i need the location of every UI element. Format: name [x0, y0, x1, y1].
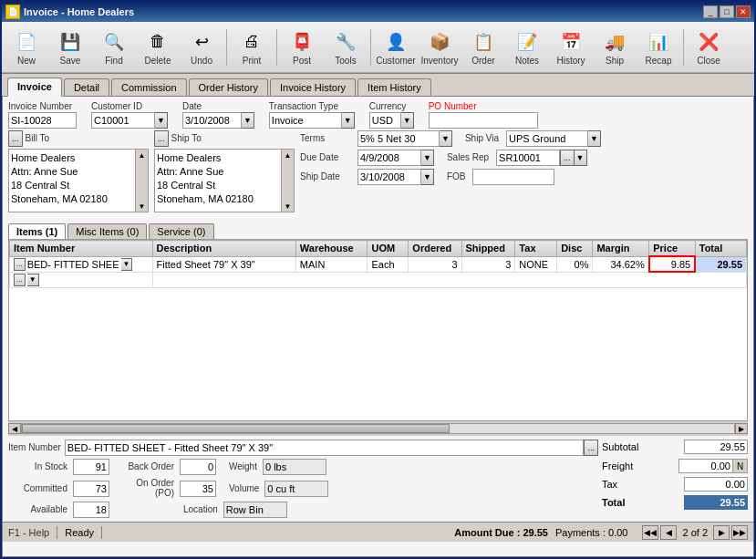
close-button[interactable]: ❌ Close — [688, 25, 730, 70]
scrollbar-track[interactable] — [21, 423, 735, 434]
tab-detail[interactable]: Detail — [64, 78, 109, 96]
post-icon: 📮 — [289, 29, 315, 55]
customer-button[interactable]: 👤 Customer — [375, 25, 417, 70]
tab-items[interactable]: Items (1) — [8, 223, 66, 239]
due-date-dropdown[interactable]: ▼ — [421, 150, 434, 166]
prev-page-btn[interactable]: ◀ — [660, 525, 677, 540]
new-row[interactable]: ... ▼ — [10, 272, 747, 287]
bill-to-scroll-up[interactable]: ▲ — [136, 150, 148, 160]
col-warehouse: Warehouse — [295, 241, 368, 257]
freight-row: Freight N — [602, 459, 748, 473]
customer-id-dropdown[interactable]: ▼ — [155, 112, 168, 129]
history-button[interactable]: 📅 History — [550, 25, 592, 70]
delete-icon: 🗑 — [145, 29, 171, 55]
last-page-btn[interactable]: ▶▶ — [731, 525, 748, 540]
ship-date-input[interactable] — [357, 169, 421, 185]
item-number-label: Item Number — [8, 442, 61, 452]
weight-value — [263, 459, 326, 475]
new-item-lookup[interactable]: ... — [14, 274, 26, 286]
invoice-number-label: Invoice Number — [8, 101, 77, 111]
new-item-dropdown[interactable]: ▼ — [27, 274, 39, 286]
recap-button[interactable]: 📊 Recap — [637, 25, 679, 70]
cell-disc: 0% — [557, 256, 593, 272]
transaction-type-input[interactable] — [269, 112, 342, 129]
order-button[interactable]: 📋 Order — [462, 25, 504, 70]
terms-input[interactable] — [357, 130, 440, 147]
total-label: Total — [602, 497, 625, 508]
scroll-left-btn[interactable]: ◀ — [8, 423, 21, 434]
sales-rep-dropdown[interactable]: ▼ — [575, 150, 587, 166]
tab-invoice-history[interactable]: Invoice History — [270, 78, 356, 96]
date-dropdown[interactable]: ▼ — [242, 112, 254, 129]
table-row[interactable]: ... BED- FITTED SHEE ▼ Fitted Sheet 79" … — [10, 256, 747, 272]
freight-label: Freight — [602, 461, 633, 471]
print-button[interactable]: 🖨 Print — [231, 25, 273, 70]
scrollbar-thumb[interactable] — [22, 424, 450, 433]
save-button[interactable]: 💾 Save — [49, 25, 91, 70]
first-page-btn[interactable]: ◀◀ — [642, 525, 658, 540]
save-icon: 💾 — [57, 29, 83, 55]
due-date-input[interactable] — [357, 150, 421, 166]
status-bar: F1 - Help Ready Amount Due : 29.55 Payme… — [3, 522, 753, 542]
item-number-display[interactable] — [65, 440, 585, 456]
item-dropdown[interactable]: ▼ — [121, 258, 133, 271]
undo-button[interactable]: ↩ Undo — [181, 25, 223, 70]
item-lookup-btn[interactable]: ... — [14, 258, 26, 271]
toolbar-separator-4 — [683, 29, 684, 66]
tab-order-history[interactable]: Order History — [189, 78, 268, 96]
bill-to-button[interactable]: ... — [8, 130, 23, 147]
ship-button[interactable]: 🚚 Ship — [594, 25, 636, 70]
currency-input[interactable] — [369, 112, 401, 129]
col-uom: UOM — [368, 241, 409, 257]
po-number-input[interactable] — [429, 112, 538, 129]
customer-id-input[interactable] — [91, 112, 155, 129]
customer-icon: 👤 — [383, 29, 409, 55]
inventory-button[interactable]: 📦 Inventory — [419, 25, 461, 70]
tools-button[interactable]: 🔧 Tools — [325, 25, 367, 70]
freight-n-btn[interactable]: N — [733, 459, 748, 473]
ship-to-scroll-down[interactable]: ▼ — [282, 201, 294, 212]
sales-rep-input[interactable] — [496, 150, 560, 166]
ship-to-button[interactable]: ... — [154, 130, 169, 147]
cell-price: 9.85 — [649, 256, 696, 272]
currency-label: Currency — [369, 101, 414, 111]
currency-dropdown[interactable]: ▼ — [401, 112, 414, 129]
item-lookup-bottom[interactable]: ... — [584, 440, 598, 456]
tab-commission[interactable]: Commission — [111, 78, 187, 96]
tab-invoice[interactable]: Invoice — [7, 78, 62, 97]
notes-icon: 📝 — [514, 29, 540, 55]
terms-dropdown[interactable]: ▼ — [440, 130, 452, 147]
new-button[interactable]: 📄 New — [5, 25, 47, 70]
ship-via-input[interactable] — [506, 130, 588, 147]
bill-to-scroll-down[interactable]: ▼ — [136, 201, 148, 212]
ship-date-dropdown[interactable]: ▼ — [421, 169, 434, 185]
invoice-number-input[interactable] — [8, 112, 77, 129]
minimize-button[interactable]: _ — [703, 5, 718, 18]
date-input[interactable] — [182, 112, 242, 129]
col-margin: Margin — [593, 241, 649, 257]
next-page-btn[interactable]: ▶ — [713, 525, 730, 540]
in-stock-value — [73, 459, 109, 475]
tab-item-history[interactable]: Item History — [357, 78, 431, 96]
fob-input[interactable] — [472, 169, 554, 185]
close-window-button[interactable]: ✕ — [736, 5, 751, 18]
tab-misc-items[interactable]: Misc Items (0) — [67, 223, 147, 239]
tab-service[interactable]: Service (0) — [149, 223, 213, 239]
find-button[interactable]: 🔍 Find — [93, 25, 135, 70]
maximize-button[interactable]: □ — [720, 5, 734, 18]
ship-to-scroll-up[interactable]: ▲ — [282, 150, 294, 160]
delete-button[interactable]: 🗑 Delete — [137, 25, 179, 70]
sales-rep-lookup[interactable]: ... — [560, 150, 575, 166]
weight-label: Weight — [229, 461, 257, 471]
horizontal-scrollbar[interactable]: ◀ ▶ — [8, 421, 748, 436]
cell-tax: NONE — [515, 256, 557, 272]
ship-via-dropdown[interactable]: ▼ — [588, 130, 601, 147]
amount-due: Amount Due : 29.55 — [454, 527, 548, 538]
scroll-right-btn[interactable]: ▶ — [735, 423, 748, 434]
post-button[interactable]: 📮 Post — [281, 25, 323, 70]
col-shipped: Shipped — [461, 241, 515, 257]
transaction-type-dropdown[interactable]: ▼ — [342, 112, 355, 129]
page-info: 2 of 2 — [678, 527, 711, 538]
back-order-value — [180, 459, 216, 475]
notes-button[interactable]: 📝 Notes — [506, 25, 548, 70]
